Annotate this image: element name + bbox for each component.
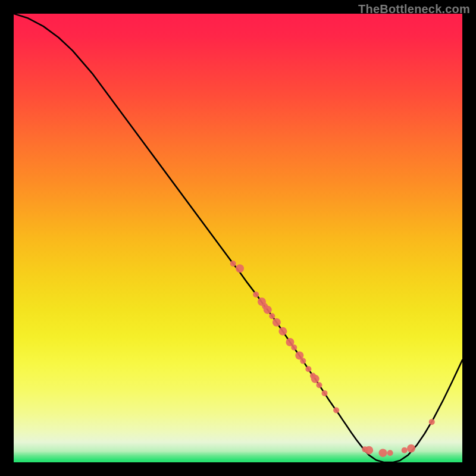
curve-marker <box>387 450 393 456</box>
curve-marker <box>278 327 287 336</box>
curve-marker <box>316 382 322 388</box>
curve-marker <box>365 446 373 455</box>
plot-background <box>14 14 462 462</box>
curve-marker <box>402 447 408 453</box>
curve-marker <box>300 358 306 364</box>
curve-marker <box>333 408 339 414</box>
curve-marker <box>379 449 387 457</box>
curve-marker <box>311 375 320 383</box>
bottleneck-plot <box>14 14 462 462</box>
curve-marker <box>322 390 328 396</box>
curve-marker <box>269 313 275 319</box>
curve-marker <box>429 419 435 425</box>
curve-marker <box>407 444 415 453</box>
watermark-text: TheBottleneck.com <box>358 2 470 16</box>
chart-stage: TheBottleneck.com <box>0 0 476 476</box>
curve-marker <box>291 345 297 350</box>
curve-marker <box>273 318 281 327</box>
curve-marker <box>236 264 244 273</box>
curve-marker <box>253 292 259 298</box>
curve-marker <box>305 366 311 372</box>
curve-marker <box>230 261 236 267</box>
curve-marker <box>264 306 272 314</box>
